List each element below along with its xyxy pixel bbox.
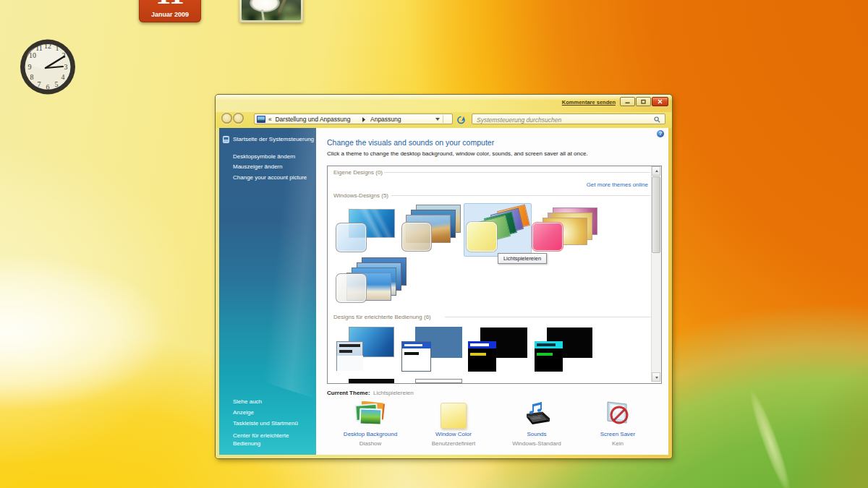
svg-text:8: 8	[30, 73, 34, 81]
svg-text:4: 4	[61, 73, 65, 81]
svg-text:12: 12	[44, 42, 51, 50]
svg-text:1: 1	[56, 44, 59, 52]
svg-text:10: 10	[29, 51, 36, 59]
svg-text:7: 7	[38, 80, 41, 88]
svg-text:9: 9	[28, 63, 32, 71]
svg-text:5: 5	[55, 80, 59, 88]
svg-text:11: 11	[35, 44, 43, 52]
svg-text:6: 6	[46, 83, 50, 91]
svg-text:3: 3	[64, 63, 68, 71]
